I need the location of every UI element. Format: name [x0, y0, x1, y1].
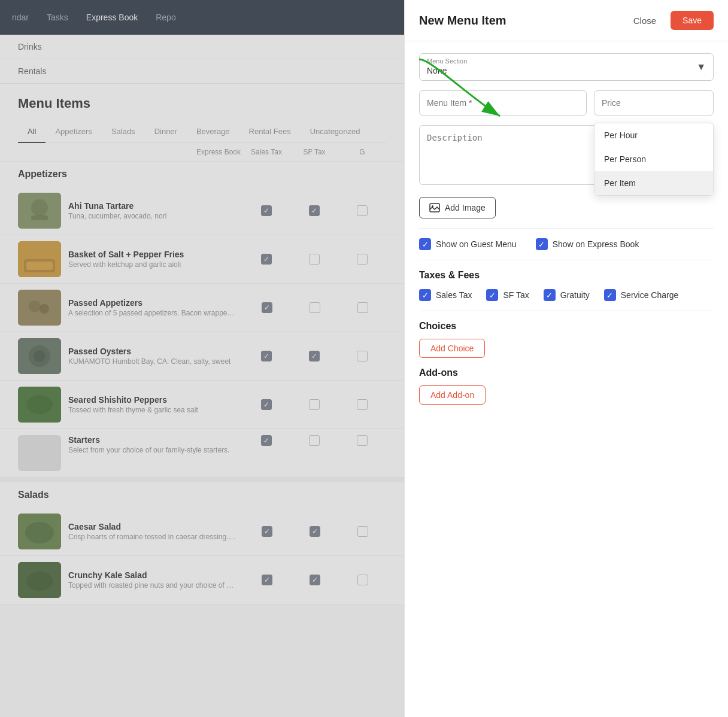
table-row: Basket of Salt + Pepper Fries Served wit…	[0, 235, 404, 284]
tab-beverage[interactable]: Beverage	[187, 121, 239, 143]
checkbox[interactable]	[309, 205, 320, 216]
panel-header: New Menu Item Close Save	[405, 0, 728, 41]
choices-title: Choices	[419, 321, 714, 332]
nav-item-express-book[interactable]: Express Book	[86, 13, 138, 22]
salads-section-label: Salads	[0, 478, 404, 508]
checkbox[interactable]	[310, 526, 320, 537]
svg-rect-5	[26, 262, 53, 270]
col-headers: Express Book Sales Tax SF Tax G	[0, 143, 404, 161]
sf-tax-item[interactable]: SF Tax	[486, 289, 529, 301]
menu-section-label: Menu Section	[427, 57, 467, 65]
sf-tax-checkbox[interactable]	[486, 289, 498, 301]
table-row: Passed Appetizers A selection of 5 passe…	[0, 284, 404, 332]
sales-tax-checkbox[interactable]	[419, 289, 431, 301]
category-tabs: All Appetizers Salads Dinner Beverage Re…	[18, 121, 386, 143]
appetizers-section-label: Appetizers	[0, 161, 404, 187]
save-button[interactable]: Save	[671, 11, 714, 30]
checkbox[interactable]	[309, 351, 320, 361]
checkbox[interactable]	[262, 526, 272, 537]
checkbox[interactable]	[357, 205, 368, 216]
checkbox[interactable]	[262, 302, 272, 313]
price-field[interactable]	[594, 90, 714, 116]
table-row: Starters Select from your choice of our …	[0, 429, 404, 478]
panel-title: New Menu Item	[419, 14, 506, 28]
add-addon-button[interactable]: Add Add-on	[419, 385, 486, 405]
checkbox[interactable]	[261, 254, 272, 265]
nav-item-calendar[interactable]: ndar	[12, 13, 29, 22]
svg-point-8	[40, 304, 49, 314]
checkbox[interactable]	[357, 351, 368, 361]
dropdown-arrow-icon: ▼	[696, 62, 706, 72]
top-nav: ndar Tasks Express Book Repo	[0, 0, 404, 35]
service-charge-item[interactable]: Service Charge	[604, 289, 679, 301]
table-row: Seared Shishito Peppers Tossed with fres…	[0, 381, 404, 429]
show-express-book-toggle[interactable]: Show on Express Book	[536, 238, 639, 250]
checkbox[interactable]	[261, 205, 272, 216]
svg-point-13	[26, 395, 53, 414]
price-input[interactable]	[594, 90, 714, 116]
checkbox[interactable]	[357, 254, 368, 265]
checkbox[interactable]	[261, 351, 272, 361]
image-icon	[429, 202, 440, 213]
nav-item-tasks[interactable]: Tasks	[47, 13, 68, 22]
header-actions: Close Save	[626, 11, 714, 30]
price-type-dropdown[interactable]: Per Hour Per Person Per Item	[594, 123, 714, 196]
menu-items-title: Menu Items	[18, 96, 386, 111]
new-menu-item-panel: New Menu Item Close Save Menu Section No…	[404, 0, 728, 717]
svg-point-15	[25, 522, 54, 543]
menu-section-field[interactable]: Menu Section None ▼	[419, 53, 714, 81]
gratuity-checkbox[interactable]	[544, 289, 556, 301]
checkbox[interactable]	[310, 302, 320, 313]
toggle-row: Show on Guest Menu Show on Express Book	[419, 238, 714, 250]
svg-point-17	[26, 572, 53, 591]
table-row: Caesar Salad Crisp hearts of romaine tos…	[0, 508, 404, 556]
checkbox[interactable]	[357, 399, 368, 410]
checkbox[interactable]	[357, 435, 368, 446]
sales-tax-item[interactable]: Sales Tax	[419, 289, 472, 301]
rentals-section: Rentals	[0, 59, 404, 84]
svg-rect-2	[31, 215, 48, 220]
svg-point-1	[31, 199, 48, 216]
table-row: Ahi Tuna Tartare Tuna, cucumber, avocado…	[0, 187, 404, 235]
tab-rental-fees[interactable]: Rental Fees	[239, 121, 301, 143]
checkbox[interactable]	[262, 575, 272, 585]
dropdown-option-per-item[interactable]: Per Item	[594, 171, 713, 195]
checkbox[interactable]	[309, 435, 320, 446]
service-charge-checkbox[interactable]	[604, 289, 616, 301]
table-row: Passed Oysters KUMAMOTO Humbolt Bay, CA:…	[0, 332, 404, 381]
tab-dinner[interactable]: Dinner	[145, 121, 187, 143]
dropdown-option-per-person[interactable]: Per Person	[594, 147, 713, 171]
checkbox[interactable]	[357, 526, 368, 537]
taxes-fees-title: Taxes & Fees	[419, 270, 714, 281]
guest-menu-checkbox[interactable]	[419, 238, 431, 250]
table-row: Crunchy Kale Salad Topped with roasted p…	[0, 556, 404, 604]
menu-items-section: Menu Items All Appetizers Salads Dinner …	[0, 84, 404, 143]
menu-item-field[interactable]	[419, 90, 587, 116]
gratuity-item[interactable]: Gratuity	[544, 289, 590, 301]
checkbox[interactable]	[357, 302, 368, 313]
close-button[interactable]: Close	[626, 12, 663, 29]
express-book-checkbox[interactable]	[536, 238, 548, 250]
svg-point-7	[29, 300, 41, 312]
checkbox[interactable]	[261, 435, 272, 446]
checkbox[interactable]	[261, 399, 272, 410]
checkbox[interactable]	[309, 254, 320, 265]
tab-all[interactable]: All	[18, 121, 46, 143]
tab-appetizers[interactable]: Appetizers	[46, 121, 101, 143]
nav-item-repo[interactable]: Repo	[156, 13, 175, 22]
checkbox[interactable]	[309, 399, 320, 410]
tab-uncategorized[interactable]: Uncategorized	[301, 121, 370, 143]
checkbox[interactable]	[357, 575, 368, 585]
show-guest-menu-toggle[interactable]: Show on Guest Menu	[419, 238, 517, 250]
addons-title: Add-ons	[419, 367, 714, 378]
menu-item-input[interactable]	[419, 90, 587, 116]
add-image-section: Add Image	[419, 197, 714, 218]
checkbox[interactable]	[310, 575, 320, 585]
tab-salads[interactable]: Salads	[102, 121, 145, 143]
add-choice-button[interactable]: Add Choice	[419, 339, 485, 358]
add-image-button[interactable]: Add Image	[419, 197, 496, 218]
dropdown-option-per-hour[interactable]: Per Hour	[594, 123, 713, 147]
menu-section-value: None	[427, 66, 706, 75]
taxes-grid: Sales Tax SF Tax Gratuity Service Charge	[419, 289, 714, 301]
drinks-section: Drinks	[0, 35, 404, 59]
